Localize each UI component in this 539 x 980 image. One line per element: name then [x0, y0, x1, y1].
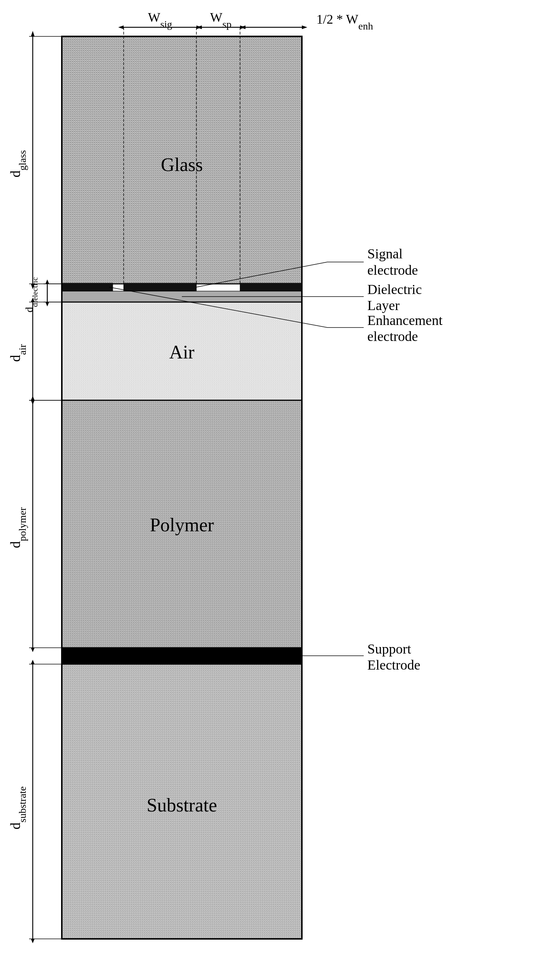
- wsp-label: Wsp: [210, 10, 231, 30]
- support-electrode-label2: Electrode: [367, 657, 420, 673]
- wenh-arrow-right: [302, 25, 308, 29]
- air-label: Air: [169, 342, 194, 363]
- ddielectric-label: ddielectric: [23, 277, 39, 312]
- dsubstrate-label: dsubstrate: [8, 786, 28, 830]
- diagram-container: Glass Air Polymer Substrate Wsig: [0, 0, 539, 980]
- support-electrode: [62, 648, 302, 664]
- dpolymer-arrow-bottom: [31, 648, 35, 652]
- wsig-label: Wsig: [148, 10, 173, 30]
- signal-electrode-label2: electrode: [367, 262, 418, 278]
- wenh-label: 1/2 * Wenh: [316, 12, 373, 32]
- substrate-label: Substrate: [147, 795, 217, 816]
- ddielectric-arrow-top: [46, 280, 49, 284]
- polymer-label: Polymer: [150, 515, 214, 535]
- ddielectric-arrow-bottom: [46, 302, 49, 306]
- dair-label: dair: [8, 344, 28, 362]
- enhancement-electrode-label: Enhancement: [367, 313, 442, 328]
- dsubstrate-arrow-top: [31, 660, 35, 664]
- signal-electrode: [124, 283, 197, 291]
- enhancement-electrode-right: [240, 283, 302, 291]
- signal-electrode-label: Signal: [367, 246, 403, 261]
- dpolymer-label: dpolymer: [8, 507, 28, 548]
- dglass-arrow-top: [31, 31, 35, 37]
- dpolymer-arrow-top: [31, 396, 35, 400]
- dsubstrate-arrow-bottom: [31, 939, 35, 943]
- dielectric-layer-label: Dielectric: [367, 282, 422, 297]
- enhancement-electrode-left: [62, 283, 113, 291]
- dglass-label: dglass: [8, 150, 28, 178]
- enhancement-electrode-label2: electrode: [367, 329, 418, 344]
- support-electrode-label: Support: [367, 641, 411, 657]
- dielectric-layer-label2: Layer: [367, 298, 400, 313]
- wsig-arrow-left: [118, 25, 124, 29]
